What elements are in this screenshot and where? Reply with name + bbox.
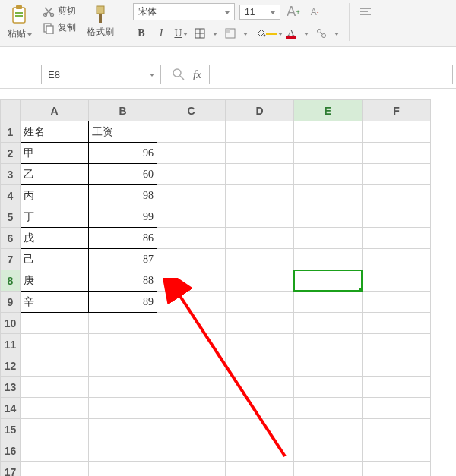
col-header-E[interactable]: E [294,100,363,121]
borders-button[interactable] [192,25,220,42]
cell-F10[interactable] [363,313,431,334]
cell-C5[interactable] [157,206,226,228]
row-header-17[interactable]: 17 [1,462,21,477]
cell-F5[interactable] [363,206,431,228]
cell-D2[interactable] [226,143,294,164]
row-header-8[interactable]: 8 [1,270,21,292]
cell-D14[interactable] [226,398,294,419]
cell-A6[interactable]: 戊 [21,228,89,249]
cell-E9[interactable] [294,292,363,313]
cell-C16[interactable] [157,440,226,462]
cell-A15[interactable] [21,419,89,440]
cell-D17[interactable] [226,462,294,477]
cell-A14[interactable] [21,398,89,419]
cell-B4[interactable]: 98 [89,185,157,206]
cell-F6[interactable] [363,228,431,249]
cell-A4[interactable]: 丙 [21,185,89,206]
row-header-14[interactable]: 14 [1,398,21,419]
fx-label[interactable]: fx [193,68,201,81]
cell-D11[interactable] [226,334,294,355]
cell-C2[interactable] [157,143,226,164]
fill-color-button[interactable] [253,25,280,42]
cell-C8[interactable] [157,270,226,292]
cell-F11[interactable] [363,334,431,355]
cell-A1[interactable]: 姓名 [21,121,89,143]
cell-A16[interactable] [21,440,89,462]
cell-F16[interactable] [363,440,431,462]
align-button[interactable] [357,3,374,20]
cell-B13[interactable] [89,377,157,398]
row-header-10[interactable]: 10 [1,313,21,334]
cell-F4[interactable] [363,185,431,206]
cell-B5[interactable]: 99 [89,206,157,228]
grid[interactable]: ABCDEF1姓名工资2甲963乙604丙985丁996戊867己878庚889… [0,99,431,476]
cell-B10[interactable] [89,313,157,334]
cell-B2[interactable]: 96 [89,143,157,164]
cell-C1[interactable] [157,121,226,143]
cell-F12[interactable] [363,355,431,377]
cell-F17[interactable] [363,462,431,477]
italic-button[interactable]: I [153,25,169,42]
cell-B9[interactable]: 89 [89,292,157,313]
col-header-F[interactable]: F [363,100,431,121]
cell-A9[interactable]: 辛 [21,292,89,313]
cell-D8[interactable] [226,270,294,292]
cell-E17[interactable] [294,462,363,477]
cell-B7[interactable]: 87 [89,249,157,270]
cell-C10[interactable] [157,313,226,334]
cell-B3[interactable]: 60 [89,164,157,185]
row-header-11[interactable]: 11 [1,334,21,355]
cell-F8[interactable] [363,270,431,292]
row-header-7[interactable]: 7 [1,249,21,270]
cell-F3[interactable] [363,164,431,185]
cell-B12[interactable] [89,355,157,377]
cell-B8[interactable]: 88 [89,270,157,292]
cell-E4[interactable] [294,185,363,206]
cell-A12[interactable] [21,355,89,377]
cell-E14[interactable] [294,398,363,419]
cell-D9[interactable] [226,292,294,313]
font-size-select[interactable]: 11 [239,5,280,20]
cell-C14[interactable] [157,398,226,419]
cell-A5[interactable]: 丁 [21,206,89,228]
cell-F13[interactable] [363,377,431,398]
cell-B16[interactable] [89,440,157,462]
cell-B6[interactable]: 86 [89,228,157,249]
cell-B15[interactable] [89,419,157,440]
row-header-12[interactable]: 12 [1,355,21,377]
cell-A7[interactable]: 己 [21,249,89,270]
cell-E3[interactable] [294,164,363,185]
cell-D16[interactable] [226,440,294,462]
cell-E10[interactable] [294,313,363,334]
format-button[interactable] [314,25,341,42]
cell-A3[interactable]: 乙 [21,164,89,185]
cell-E13[interactable] [294,377,363,398]
cell-D15[interactable] [226,419,294,440]
underline-button[interactable]: U [173,25,189,42]
bold-button[interactable]: B [133,25,150,42]
cell-C13[interactable] [157,377,226,398]
row-header-4[interactable]: 4 [1,185,21,206]
cell-C11[interactable] [157,334,226,355]
cell-E11[interactable] [294,334,363,355]
cell-E16[interactable] [294,440,363,462]
row-header-9[interactable]: 9 [1,292,21,313]
col-header-C[interactable]: C [157,100,226,121]
cut-button[interactable]: 剪切 [40,3,79,19]
name-box[interactable]: E8 [41,65,161,84]
row-header-15[interactable]: 15 [1,419,21,440]
row-header-6[interactable]: 6 [1,228,21,249]
cell-F9[interactable] [363,292,431,313]
cell-D1[interactable] [226,121,294,143]
cell-D5[interactable] [226,206,294,228]
col-header-B[interactable]: B [89,100,157,121]
row-header-3[interactable]: 3 [1,164,21,185]
cell-E15[interactable] [294,419,363,440]
cell-F1[interactable] [363,121,431,143]
cell-B14[interactable] [89,398,157,419]
cell-A10[interactable] [21,313,89,334]
cell-C17[interactable] [157,462,226,477]
cell-D3[interactable] [226,164,294,185]
cell-C3[interactable] [157,164,226,185]
cell-C7[interactable] [157,249,226,270]
